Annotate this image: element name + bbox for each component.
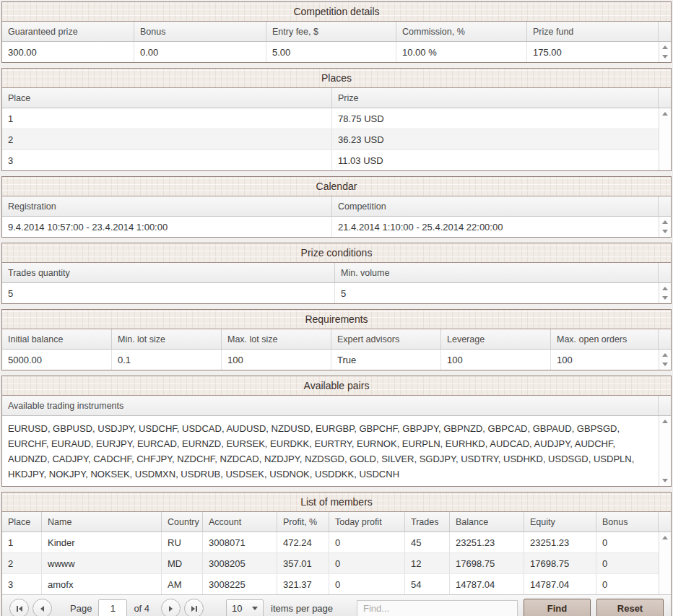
- column-header-name: Name: [42, 512, 162, 532]
- column-header-bonus: Bonus: [596, 512, 659, 532]
- scrollbar-spacer: [659, 88, 671, 108]
- column-header-today-profit: Today profit: [329, 512, 405, 532]
- member-trades: 54: [405, 574, 450, 594]
- scrollbar[interactable]: [659, 217, 671, 237]
- member-row[interactable]: 1 Kinder RU 3008071 472.24 0 45 23251.23…: [2, 532, 659, 553]
- reset-button[interactable]: Reset: [596, 599, 664, 616]
- page-number-input[interactable]: [98, 599, 127, 616]
- column-header-country: Country: [162, 512, 203, 532]
- scrollbar[interactable]: [659, 350, 671, 370]
- prev-page-button[interactable]: [32, 599, 52, 616]
- scrollbar[interactable]: [659, 42, 671, 62]
- first-page-icon: [19, 606, 22, 612]
- find-button[interactable]: Find: [524, 599, 591, 616]
- section-title-text: Calendar: [316, 181, 357, 192]
- member-profit: 357.01: [277, 553, 329, 573]
- scroll-up-icon[interactable]: [662, 220, 668, 224]
- member-bonus: 0: [596, 553, 659, 573]
- column-header-max-lot-size: Max. lot size: [222, 329, 331, 349]
- guaranteed-prize-value: 300.00: [2, 42, 134, 62]
- column-header-bonus: Bonus: [134, 22, 266, 41]
- competition-page: Competition details Guaranteed prize Bon…: [0, 0, 673, 616]
- next-page-button[interactable]: [161, 599, 181, 616]
- member-today-profit: 0: [329, 532, 405, 552]
- scroll-down-icon[interactable]: [662, 55, 668, 58]
- scroll-up-icon[interactable]: [662, 420, 668, 423]
- column-header-entry-fee: Entry fee, $: [266, 22, 396, 41]
- next-page-icon: [169, 606, 173, 612]
- scrollbar-spacer: [659, 263, 671, 282]
- calendar-header-row: Registration Competition: [2, 196, 671, 217]
- scrollbar[interactable]: [659, 416, 671, 486]
- competition-details-title: Competition details: [2, 2, 671, 22]
- prize-fund-value: 175.00: [527, 42, 659, 62]
- scrollbar[interactable]: [659, 283, 671, 303]
- member-bonus: 0: [596, 574, 659, 594]
- scroll-down-icon[interactable]: [662, 479, 668, 482]
- last-page-icon: [191, 606, 195, 612]
- column-header-expert-advisors: Expert advisors: [331, 329, 441, 349]
- scroll-up-icon[interactable]: [662, 353, 668, 357]
- items-per-page-select[interactable]: 10: [226, 599, 264, 616]
- column-header-place: Place: [2, 512, 42, 532]
- min-lot-size-value: 0.1: [112, 350, 222, 370]
- expert-advisors-value: True: [331, 350, 441, 370]
- page-label: Page: [70, 603, 92, 614]
- calendar-row: 9.4.2014 10:57:00 - 23.4.2014 1:00:00 21…: [2, 217, 659, 237]
- section-title-text: Places: [321, 72, 352, 84]
- bonus-value: 0.00: [134, 42, 266, 62]
- prize-conditions-title: Prize conditions: [2, 243, 671, 263]
- instruments-row: EURUSD, GBPUSD, USDJPY, USDCHF, USDCAD, …: [2, 416, 659, 486]
- places-title: Places: [2, 69, 671, 88]
- prize-cell: 11.03 USD: [332, 150, 659, 170]
- place-cell: 2: [2, 129, 332, 149]
- places-row: 2 36.23 USD: [2, 129, 659, 150]
- section-title-text: Available pairs: [304, 380, 370, 391]
- section-title-text: List of members: [300, 496, 373, 508]
- column-header-guaranteed-prize: Guaranteed prize: [2, 22, 134, 41]
- member-place: 2: [2, 553, 42, 573]
- entry-fee-value: 5.00: [266, 42, 396, 62]
- column-header-trades: Trades: [405, 512, 450, 532]
- member-balance: 17698.75: [450, 553, 524, 573]
- last-page-icon: [196, 606, 197, 612]
- find-input[interactable]: [357, 600, 518, 616]
- scroll-up-icon[interactable]: [662, 45, 668, 49]
- column-header-min-lot-size: Min. lot size: [112, 329, 222, 349]
- scroll-up-icon[interactable]: [662, 536, 668, 539]
- list-of-members-title: List of members: [2, 493, 671, 512]
- column-header-commission: Commission, %: [396, 22, 527, 41]
- member-country: RU: [162, 532, 203, 552]
- first-page-icon: [17, 606, 18, 612]
- column-header-initial-balance: Initial balance: [2, 329, 112, 349]
- first-page-button[interactable]: [9, 599, 29, 616]
- competition-period: 21.4.2014 1:10:00 - 25.4.2014 22:00:00: [332, 217, 659, 237]
- initial-balance-value: 5000.00: [2, 350, 112, 370]
- column-header-place: Place: [2, 88, 332, 108]
- available-pairs-title: Available pairs: [2, 376, 671, 396]
- column-header-registration: Registration: [2, 196, 332, 216]
- member-trades: 12: [405, 553, 450, 573]
- column-header-max-open-orders: Max. open orders: [551, 329, 659, 349]
- scrollbar[interactable]: [659, 108, 671, 170]
- max-open-orders-value: 100: [551, 350, 659, 370]
- scroll-up-icon[interactable]: [662, 287, 668, 290]
- scroll-down-icon[interactable]: [662, 230, 668, 233]
- scrollbar[interactable]: [659, 532, 671, 594]
- place-cell: 3: [2, 150, 332, 170]
- member-profit: 472.24: [277, 532, 329, 552]
- section-competition-details: Competition details Guaranteed prize Bon…: [1, 1, 672, 63]
- scroll-down-icon[interactable]: [662, 363, 668, 366]
- member-today-profit: 0: [329, 574, 405, 594]
- member-row[interactable]: 2 wwww MD 3008205 357.01 0 12 17698.75 1…: [2, 553, 659, 574]
- requirements-row: 5000.00 0.1 100 True 100 100: [2, 350, 659, 370]
- last-page-button[interactable]: [184, 599, 204, 616]
- scroll-down-icon[interactable]: [662, 296, 668, 300]
- scroll-up-icon[interactable]: [662, 112, 668, 116]
- member-balance: 14787.04: [450, 574, 524, 594]
- scrollbar-spacer: [659, 22, 671, 41]
- trades-quantity-value: 5: [2, 283, 335, 303]
- member-row[interactable]: 3 amofx AM 3008225 321.37 0 54 14787.04 …: [2, 574, 659, 594]
- calendar-title: Calendar: [2, 177, 671, 196]
- member-name: Kinder: [42, 532, 162, 552]
